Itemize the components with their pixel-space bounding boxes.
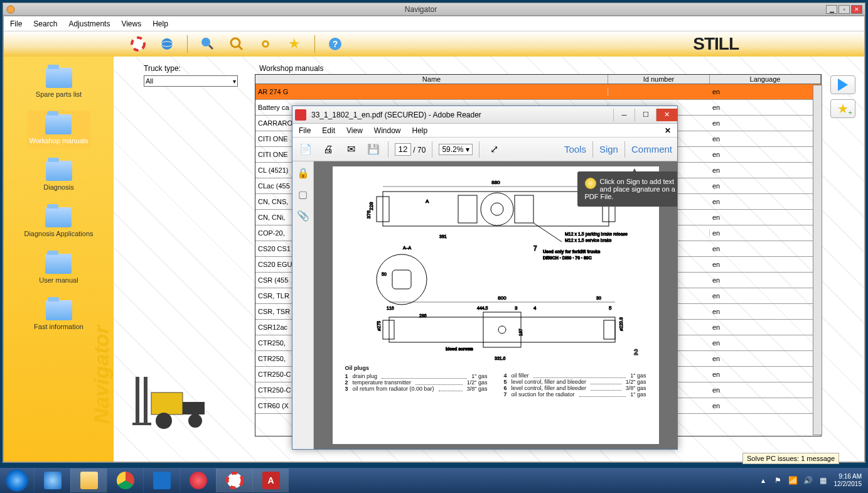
lock-icon[interactable]: 🔒 — [297, 166, 309, 179]
task-adobe[interactable]: A — [252, 469, 289, 492]
svg-point-1 — [132, 38, 144, 50]
pdf-menu-file[interactable]: File — [299, 126, 311, 135]
svg-rect-25 — [515, 195, 533, 223]
thumbnails-icon[interactable]: ▢ — [297, 188, 309, 200]
toolbar: ★ ? STILL — [4, 31, 864, 57]
minimize-button[interactable]: ▁ — [826, 5, 837, 14]
pdf-comment-tab[interactable]: Comment — [631, 144, 672, 154]
col-name[interactable]: Name — [255, 75, 608, 84]
legend-row: 6level control, filler and bleeder3/8" g… — [504, 385, 646, 391]
pdf-tools-tab[interactable]: Tools — [564, 144, 586, 154]
sidebar-diagnosis[interactable]: Diagnosis — [41, 157, 76, 195]
sign-tooltip: Click on Sign to add text and place sign… — [577, 171, 678, 207]
menu-views[interactable]: Views — [121, 19, 141, 28]
folder-icon — [46, 161, 72, 181]
menu-search[interactable]: Search — [33, 19, 57, 28]
svg-text:ø220.8: ø220.8 — [619, 317, 623, 331]
truck-type-select[interactable]: All — [144, 75, 238, 87]
menu-file[interactable]: File — [10, 19, 22, 28]
sidebar-user-manual[interactable]: User manual — [36, 250, 80, 288]
start-button[interactable] — [0, 468, 34, 493]
pdf-toolbar: 📄 🖨 ✉ 💾 / 70 59.2% ▾ ⤢ Tools Sign Commen… — [292, 138, 677, 161]
task-chrome[interactable] — [107, 469, 143, 492]
help-icon[interactable]: ? — [326, 35, 344, 53]
lifebuoy-icon[interactable] — [129, 35, 147, 53]
pdf-fullscreen-icon[interactable]: ⤢ — [486, 141, 502, 158]
task-navigator[interactable] — [216, 469, 252, 492]
pdf-page-input[interactable] — [395, 143, 411, 156]
sidebar-label: Diagnosis Applications — [24, 230, 93, 237]
pdf-title: 33_1_1802_1_en.pdf (SECURED) - Adobe Rea… — [309, 111, 613, 119]
search-globe-icon[interactable] — [199, 35, 217, 53]
attachment-icon[interactable]: 📎 — [297, 209, 309, 222]
window-titlebar[interactable]: Navigator ▁ ▫ ✕ — [3, 3, 865, 16]
task-opera[interactable] — [179, 469, 216, 492]
zoom-icon[interactable] — [228, 35, 245, 53]
windows-orb-icon — [6, 469, 28, 492]
close-button[interactable]: ✕ — [851, 5, 862, 14]
svg-text:Used only for forklift trucks: Used only for forklift trucks — [543, 249, 601, 254]
pdf-menu-help[interactable]: Help — [412, 126, 428, 135]
svg-text:197: 197 — [518, 328, 523, 336]
globe-icon[interactable] — [158, 35, 176, 53]
sidebar-fast-info[interactable]: Fast information — [31, 296, 86, 334]
svg-text:bleed screws: bleed screws — [446, 347, 473, 351]
pdf-save-icon[interactable]: 💾 — [365, 141, 382, 158]
star-icon[interactable]: ★ — [286, 35, 303, 53]
task-explorer[interactable] — [70, 469, 107, 492]
svg-text:228: 228 — [368, 202, 374, 210]
clock[interactable]: 9:16 AM 12/2/2015 — [834, 473, 865, 488]
folder-icon — [45, 254, 72, 274]
legend-row: 7oil suction for the radiator1" gas — [504, 391, 646, 398]
section-label: Workshop manuals — [259, 64, 324, 73]
svg-point-48 — [498, 326, 506, 333]
action-center-icon[interactable]: ▦ — [819, 476, 828, 485]
pdf-titlebar[interactable]: 33_1_1802_1_en.pdf (SECURED) - Adobe Rea… — [292, 106, 677, 124]
legend-row: 4oil filler1" gas — [504, 372, 646, 379]
sidebar-diagnosis-apps[interactable]: Diagnosis Applications — [21, 203, 95, 241]
folder-icon — [45, 114, 72, 134]
truck-type-label: Truck type: — [144, 64, 181, 73]
svg-point-62 — [227, 473, 242, 488]
pdf-close-button[interactable]: ✕ — [656, 109, 677, 121]
network-icon[interactable]: 📶 — [789, 476, 798, 485]
window-title: Navigator — [18, 5, 823, 14]
menu-adjustments[interactable]: Adjustments — [68, 19, 110, 28]
svg-text:444.5: 444.5 — [477, 306, 488, 310]
sidebar-workshop-manuals[interactable]: Workshop manuals — [27, 111, 91, 148]
pdf-menu-window[interactable]: Window — [374, 126, 401, 135]
pdf-menu-edit[interactable]: Edit — [322, 126, 335, 135]
task-ie[interactable] — [34, 469, 70, 492]
svg-text:7: 7 — [533, 245, 537, 252]
sidebar-spare-parts[interactable]: Spare parts list — [33, 64, 84, 102]
volume-icon[interactable]: 🔊 — [804, 476, 813, 485]
grid-scrollbar[interactable] — [813, 85, 822, 435]
maximize-button[interactable]: ▫ — [839, 5, 850, 14]
pdf-sign-tab[interactable]: Sign — [599, 144, 618, 154]
flag-icon[interactable]: ⚑ — [774, 476, 783, 485]
pdf-menu-view[interactable]: View — [346, 126, 363, 135]
table-row[interactable]: AR 274 Gen — [255, 84, 821, 100]
pdf-minimize-button[interactable]: ─ — [613, 109, 635, 121]
pdf-zoom-select[interactable]: 59.2% ▾ — [439, 144, 473, 155]
play-button[interactable] — [830, 75, 855, 94]
pdf-export-icon[interactable]: 📄 — [297, 141, 314, 158]
pdf-print-icon[interactable]: 🖨 — [320, 141, 336, 158]
pdf-email-icon[interactable]: ✉ — [343, 141, 359, 158]
favorite-button[interactable]: ★+ — [830, 99, 855, 118]
svg-text:3: 3 — [515, 305, 518, 311]
gear-icon[interactable] — [257, 35, 274, 53]
pdf-viewport[interactable]: Click on Sign to add text and place sign… — [314, 161, 677, 449]
tray-up-icon[interactable]: ▴ — [759, 476, 768, 485]
pdf-maximize-button[interactable]: ☐ — [635, 109, 656, 121]
col-lang[interactable]: Language — [710, 75, 821, 84]
menu-help[interactable]: Help — [153, 19, 168, 28]
col-id[interactable]: Id number — [608, 75, 710, 84]
pdf-page-total: 70 — [417, 145, 426, 154]
app-icon — [6, 4, 16, 14]
svg-rect-17 — [144, 377, 147, 424]
task-unknown1[interactable] — [143, 469, 179, 492]
folder-icon — [45, 207, 72, 227]
pdf-doc-close-icon[interactable]: ✕ — [665, 126, 671, 135]
svg-rect-45 — [383, 320, 394, 339]
